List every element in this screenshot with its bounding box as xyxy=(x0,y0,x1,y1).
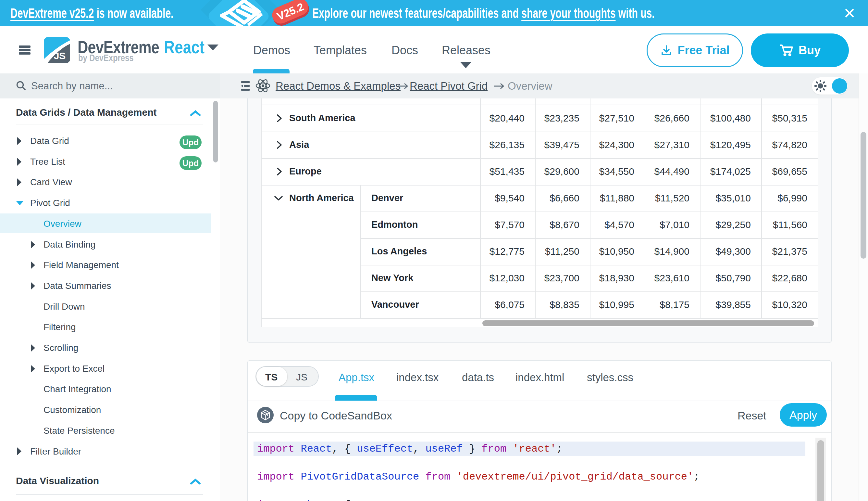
svg-text:JS: JS xyxy=(54,50,66,61)
